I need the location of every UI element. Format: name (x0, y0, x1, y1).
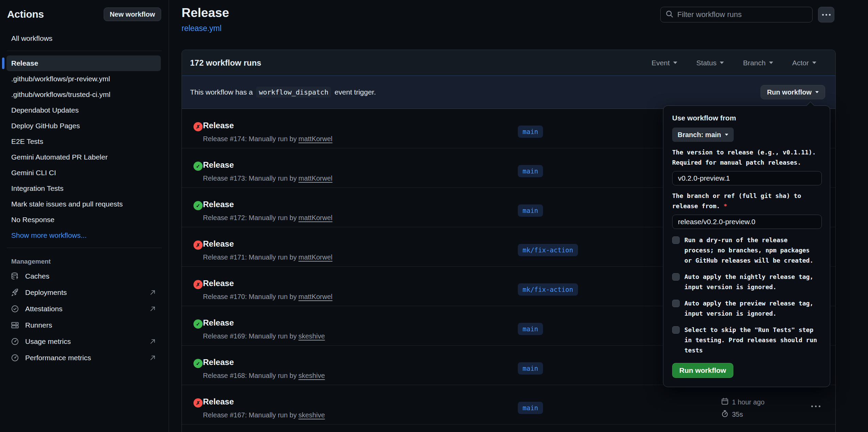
checkbox[interactable] (672, 273, 680, 281)
run-actor-link[interactable]: mattKorwel (299, 175, 333, 182)
branch-badge[interactable]: main (518, 402, 543, 414)
filter-dropdown[interactable]: Branch (743, 59, 773, 67)
checkbox[interactable] (672, 236, 680, 244)
run-status-icon (193, 240, 203, 250)
sidebar-workflow-item[interactable]: Dependabot Updates (6, 102, 161, 118)
sidebar-workflow-item[interactable]: Gemini CLI CI (6, 165, 161, 181)
workflow-list: Release .github/workflows/pr-review.yml … (0, 55, 169, 228)
sidebar-workflow-item[interactable]: Mark stale issues and pull requests (6, 196, 161, 212)
checkbox-row: Select to skip the "Run Tests" step in t… (672, 325, 821, 355)
branch-badge[interactable]: main (518, 362, 543, 375)
ref-input[interactable] (672, 215, 822, 229)
run-title-link[interactable]: Release (203, 318, 234, 328)
chevron-down-icon (720, 62, 724, 64)
run-title-link[interactable]: Release (203, 358, 234, 367)
run-time: 1 hour ago (721, 398, 765, 407)
run-title-link[interactable]: Release (203, 121, 234, 130)
run-description: Release #168: Manually run byskeshive (203, 372, 325, 380)
chevron-down-icon (812, 62, 816, 64)
branch-badge[interactable]: mk/fix-action (518, 283, 578, 296)
run-actor-link[interactable]: mattKorwel (299, 293, 333, 300)
filter-dropdown[interactable]: Actor (792, 59, 816, 67)
branch-badge[interactable]: mk/fix-action (518, 244, 578, 256)
checkbox-row: Auto apply the preview release tag, inpu… (672, 298, 821, 319)
sidebar-workflow-item[interactable]: Integration Tests (6, 181, 161, 196)
chevron-down-icon (815, 91, 819, 93)
actions-title: Actions (7, 9, 44, 20)
required-asterisk: * (724, 202, 727, 210)
run-title-link[interactable]: Release (203, 279, 234, 288)
run-meta: 1 hour ago 35s (721, 398, 765, 419)
runs-count: 172 workflow runs (190, 58, 261, 68)
use-workflow-from-label: Use workflow from (672, 114, 821, 122)
run-actor-link[interactable]: skeshive (299, 411, 325, 419)
sidebar-workflow-item[interactable]: Gemini Automated PR Labeler (6, 149, 161, 165)
filter-runs-search[interactable] (660, 7, 813, 22)
run-actor-link[interactable]: mattKorwel (299, 214, 333, 221)
meter-icon (11, 353, 19, 362)
sidebar-item-all-workflows[interactable]: All workflows (6, 31, 161, 46)
show-more-workflows-link[interactable]: Show more workflows... (6, 228, 161, 243)
run-duration: 35s (721, 410, 765, 419)
sidebar-workflow-item[interactable]: No Response (6, 212, 161, 228)
server-icon (11, 321, 19, 330)
checkbox-label: Auto apply the preview release tag, inpu… (684, 298, 818, 319)
page-title: Release (182, 6, 229, 20)
management-item-label: Performance metrics (25, 354, 143, 362)
management-item-label: Attestations (25, 305, 143, 313)
popover-run-workflow-button[interactable]: Run workflow (672, 363, 733, 378)
workflow-run-row: Release Release #167: Manually run byske… (182, 385, 835, 425)
workflow-options-kebab-button[interactable] (818, 7, 834, 22)
filter-dropdown[interactable]: Status (696, 59, 724, 67)
checkbox[interactable] (672, 300, 680, 307)
cache-icon (11, 272, 19, 281)
chevron-down-icon (673, 62, 677, 64)
run-title-link[interactable]: Release (203, 160, 234, 170)
chevron-down-icon (725, 134, 728, 136)
run-actor-link[interactable]: skeshive (299, 372, 325, 379)
management-item-label: Deployments (25, 288, 143, 297)
checkbox-label: Run a dry-run of the release process; no… (684, 235, 818, 266)
checkbox-row: Auto apply the nightly release tag, inpu… (672, 272, 821, 292)
branch-badge[interactable]: main (518, 323, 543, 335)
external-link-icon (149, 289, 156, 296)
run-status-icon (193, 201, 203, 210)
sidebar-workflow-item[interactable]: Deploy GitHub Pages (6, 118, 161, 134)
management-item-deployments[interactable]: Deployments (0, 284, 169, 301)
run-title-link[interactable]: Release (203, 397, 234, 406)
sidebar-workflow-item[interactable]: Release (6, 55, 161, 71)
run-actor-link[interactable]: mattKorwel (299, 135, 333, 143)
run-actor-link[interactable]: mattKorwel (299, 253, 333, 261)
management-item-runners[interactable]: Runners (0, 317, 169, 333)
branch-badge[interactable]: main (518, 165, 543, 177)
sidebar-workflow-item[interactable]: E2E Tests (6, 134, 161, 149)
run-title-link[interactable]: Release (203, 200, 234, 209)
search-input[interactable] (677, 10, 807, 19)
version-input[interactable] (672, 171, 822, 185)
branch-badge[interactable]: main (518, 126, 543, 138)
external-link-icon (149, 354, 156, 362)
workflow-file-link[interactable]: release.yml (182, 24, 222, 33)
sidebar-workflow-item[interactable]: .github/workflows/pr-review.yml (6, 71, 161, 87)
new-workflow-button[interactable]: New workflow (104, 7, 161, 21)
branch-selector-button[interactable]: Branch: main (672, 128, 734, 142)
management-item-attestations[interactable]: Attestations (0, 301, 169, 317)
management-item-caches[interactable]: Caches (0, 268, 169, 284)
run-title-link[interactable]: Release (203, 239, 234, 249)
branch-badge[interactable]: main (518, 204, 543, 217)
row-kebab-button[interactable] (809, 403, 822, 409)
meter-icon (11, 337, 19, 346)
management-item-performance-metrics[interactable]: Performance metrics (0, 350, 169, 366)
run-description: Release #167: Manually run byskeshive (203, 411, 325, 419)
rocket-icon (11, 288, 19, 297)
run-workflow-dropdown-button[interactable]: Run workflow (761, 85, 825, 99)
sidebar-divider (7, 248, 162, 248)
management-item-usage-metrics[interactable]: Usage metrics (0, 333, 169, 350)
actions-sidebar: Actions New workflow All workflows Relea… (0, 0, 169, 432)
run-status-icon (193, 162, 203, 171)
runs-filters: Event Status Branch Actor (651, 59, 816, 67)
filter-dropdown[interactable]: Event (651, 59, 677, 67)
sidebar-workflow-item[interactable]: .github/workflows/trusted-ci.yml (6, 87, 161, 102)
run-actor-link[interactable]: skeshive (299, 332, 325, 340)
checkbox[interactable] (672, 326, 680, 334)
